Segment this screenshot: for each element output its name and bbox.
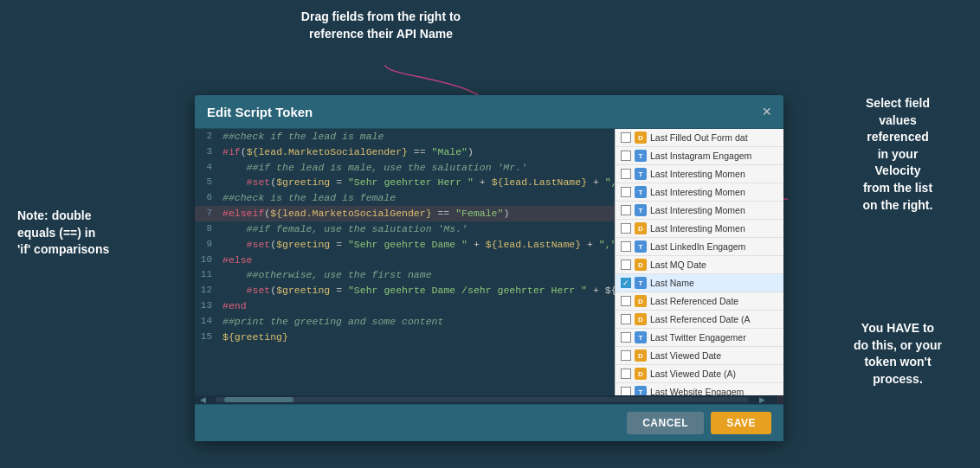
code-editor[interactable]: 2##check if the lead is male3#if(${lead.… (195, 129, 615, 395)
line-code-content: #elseif(${lead.MarketoSocialGender} == "… (219, 206, 615, 221)
date-icon: D (635, 259, 647, 271)
field-panel[interactable]: DLast Filled Out Form datTLast Instagram… (615, 129, 783, 395)
line-code-content: ##otherwise, use the first name (219, 267, 615, 283)
line-number: 15 (195, 330, 219, 345)
field-item[interactable]: TLast Interesting Momen (616, 202, 783, 220)
field-item[interactable]: TLast Instagram Engagem (616, 147, 783, 165)
edit-script-token-modal: Edit Script Token × 2##check if the lead… (195, 95, 783, 441)
field-label: Last LinkedIn Engagem (650, 241, 745, 252)
code-line-4: 4 ##if the lead is male, use the salutat… (195, 160, 615, 176)
field-label: Last Name (650, 278, 694, 288)
date-icon: D (635, 222, 647, 234)
modal-header: Edit Script Token × (195, 95, 783, 129)
field-item[interactable]: DLast Referenced Date (616, 292, 783, 311)
field-item[interactable]: DLast Filled Out Form dat (616, 129, 783, 147)
field-item[interactable]: TLast Interesting Momen (616, 165, 783, 183)
field-checkbox[interactable] (621, 187, 631, 197)
line-code-content: #set($greeting = "Sehr geehrter Herr " +… (219, 175, 615, 190)
field-item[interactable]: ✓TLast Name (616, 274, 783, 292)
modal-close-button[interactable]: × (762, 104, 771, 119)
text-icon: T (635, 150, 647, 162)
field-checkbox[interactable]: ✓ (621, 278, 631, 288)
field-label: Last Referenced Date (A (650, 314, 751, 324)
field-checkbox[interactable] (621, 332, 631, 343)
line-code-content: #set($greeting = "Sehr geehrte Dame " + … (219, 237, 615, 253)
line-code-content: ${greeting} (219, 330, 615, 345)
code-line-11: 11 ##otherwise, use the first name (195, 267, 615, 283)
code-table: 2##check if the lead is male3#if(${lead.… (195, 129, 615, 344)
field-label: Last MQ Date (650, 260, 706, 270)
line-number: 6 (195, 190, 219, 206)
date-icon: D (635, 131, 647, 144)
field-label: Last Website Engagem (650, 387, 744, 395)
annotation-right-top: Select fieldvaluesreferencedin yourVeloc… (828, 95, 967, 214)
field-item[interactable]: DLast Viewed Date (616, 347, 783, 365)
code-line-12: 12 #set($greeting = "Sehr geehrte Dame /… (195, 283, 615, 298)
text-icon: T (635, 186, 647, 198)
modal-title: Edit Script Token (207, 105, 313, 119)
line-number: 9 (195, 237, 219, 253)
line-number: 13 (195, 298, 219, 314)
scrollbar-thumb[interactable] (224, 397, 293, 402)
save-button[interactable]: SAVE (711, 412, 771, 434)
text-icon: T (635, 277, 647, 289)
line-code-content: #end (219, 298, 615, 314)
code-line-3: 3#if(${lead.MarketoSocialGender} == "Mal… (195, 144, 615, 160)
field-checkbox[interactable] (621, 241, 631, 252)
code-line-7: 7#elseif(${lead.MarketoSocialGender} == … (195, 206, 615, 221)
field-checkbox[interactable] (621, 369, 631, 379)
field-checkbox[interactable] (621, 151, 631, 161)
modal-footer: CANCEL SAVE (195, 404, 783, 441)
field-checkbox[interactable] (621, 314, 631, 324)
horizontal-scrollbar[interactable]: ◀ ▶ (195, 395, 783, 404)
field-item[interactable]: TLast Twitter Engagemer (616, 329, 783, 347)
line-code-content: ##if the lead is male, use the salutatio… (219, 160, 615, 176)
code-line-13: 13#end (195, 298, 615, 314)
field-item[interactable]: TLast Interesting Momen (616, 183, 783, 202)
line-code-content: ##if female, use the salutation 'Ms.' (219, 221, 615, 237)
date-icon: D (635, 368, 647, 380)
field-checkbox[interactable] (621, 169, 631, 179)
line-number: 7 (195, 206, 219, 221)
field-checkbox[interactable] (621, 223, 631, 234)
field-item[interactable]: DLast Interesting Momen (616, 220, 783, 238)
scrollbar-track[interactable] (216, 397, 749, 402)
field-item[interactable]: DLast Referenced Date (A (616, 311, 783, 329)
line-number: 14 (195, 314, 219, 330)
field-item[interactable]: DLast Viewed Date (A) (616, 365, 783, 383)
line-number: 8 (195, 221, 219, 237)
line-code-content: ##print the greeting and some content (219, 314, 615, 330)
line-number: 10 (195, 253, 219, 268)
line-number: 4 (195, 160, 219, 176)
field-checkbox[interactable] (621, 387, 631, 395)
field-item[interactable]: DLast MQ Date (616, 256, 783, 274)
field-item[interactable]: TLast LinkedIn Engagem (616, 238, 783, 256)
annotation-top: Drag fields from the right toreference t… (286, 9, 476, 42)
text-icon: T (635, 386, 647, 395)
field-label: Last Interesting Momen (650, 205, 745, 215)
field-checkbox[interactable] (621, 350, 631, 361)
text-icon: T (635, 331, 647, 343)
code-line-10: 10#else (195, 253, 615, 268)
field-label: Last Referenced Date (650, 296, 738, 306)
field-label: Last Interesting Momen (650, 223, 745, 234)
field-item[interactable]: TLast Website Engagem (616, 383, 783, 395)
code-line-14: 14##print the greeting and some content (195, 314, 615, 330)
annotation-left: Note: doubleequals (==) in'if' compariso… (17, 208, 177, 259)
code-line-15: 15${greeting} (195, 330, 615, 345)
field-label: Last Interesting Momen (650, 169, 745, 179)
field-checkbox[interactable] (621, 205, 631, 215)
code-line-9: 9 #set($greeting = "Sehr geehrte Dame " … (195, 237, 615, 253)
text-icon: T (635, 240, 647, 253)
line-number: 3 (195, 144, 219, 160)
cancel-button[interactable]: CANCEL (627, 412, 704, 434)
field-label: Last Filled Out Form dat (650, 132, 748, 143)
line-code-content: #if(${lead.MarketoSocialGender} == "Male… (219, 144, 615, 160)
field-label: Last Interesting Momen (650, 187, 745, 197)
date-icon: D (635, 313, 647, 325)
text-icon: T (635, 204, 647, 216)
line-code-content: ##check is the lead is female (219, 190, 615, 206)
field-checkbox[interactable] (621, 132, 631, 143)
field-checkbox[interactable] (621, 260, 631, 270)
field-checkbox[interactable] (621, 296, 631, 306)
